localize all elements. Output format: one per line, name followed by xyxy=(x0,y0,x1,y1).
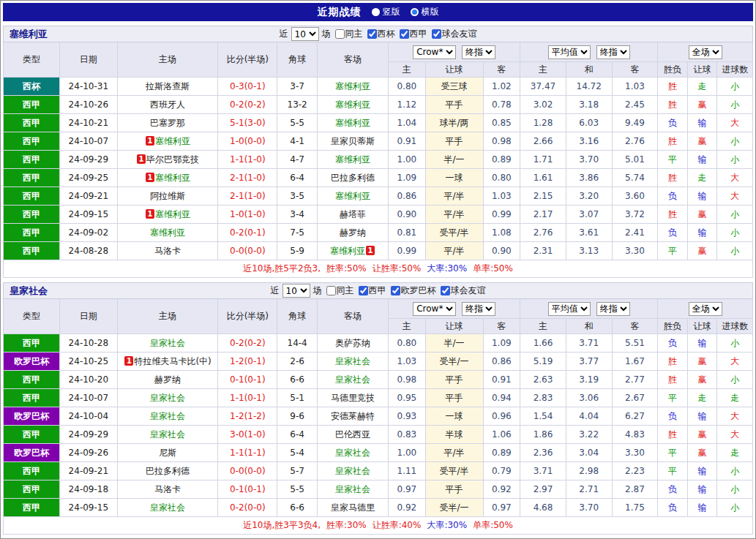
competition-checkbox[interactable] xyxy=(359,286,368,295)
avg-draw: 3.86 xyxy=(566,169,612,187)
result-handicap: 输 xyxy=(687,462,716,480)
match-score: 0-3(0-1) xyxy=(218,78,277,96)
match-row: 西甲24-10-21巴塞罗那5-1(3-0)5-5塞维利亚1.04球半/两0.8… xyxy=(4,114,753,132)
avg-source-select[interactable]: 平均值 xyxy=(548,302,591,316)
same-home-filter[interactable]: 同主 xyxy=(332,28,363,40)
scope-select[interactable]: 全场 xyxy=(689,45,722,59)
home-team: 赫罗纳 xyxy=(117,371,218,389)
competition-checkbox[interactable] xyxy=(441,286,450,295)
avg-source-select[interactable]: 平均值 xyxy=(548,45,591,59)
team-link: 塞维利亚 xyxy=(330,246,365,256)
team-link: 皇家贝蒂斯 xyxy=(331,136,375,146)
team-link: 赫塔菲 xyxy=(340,209,366,219)
competition-filter[interactable]: 西杯 xyxy=(364,28,395,40)
avg-draw: 3.71 xyxy=(566,334,612,353)
summary-stat: 大率:30% xyxy=(427,263,467,274)
competition-checkbox[interactable] xyxy=(432,29,441,39)
home-team: 尼斯 xyxy=(117,444,218,462)
odds-away: 0.98 xyxy=(483,132,520,151)
home-team: 西班牙人 xyxy=(117,96,218,114)
match-count-select[interactable]: 10 xyxy=(282,284,310,298)
odds-handicap: 受平/半 xyxy=(425,462,483,480)
avg-time-select[interactable]: 终指 xyxy=(596,45,630,59)
odds-home: 0.97 xyxy=(389,480,426,499)
team-link: 阿拉维斯 xyxy=(150,191,185,201)
team-link: 皇家社会 xyxy=(335,484,370,494)
mode-horizontal[interactable]: 横版 xyxy=(411,6,439,18)
competition-checkbox[interactable] xyxy=(400,29,409,39)
panel-title: 近期战绩 xyxy=(318,6,362,19)
competition-filter[interactable]: 欧罗巴杯 xyxy=(388,284,436,297)
competition-filter[interactable]: 球会友谊 xyxy=(438,284,486,297)
home-team: 1特拉维夫马卡比(中) xyxy=(117,353,218,371)
odds-handicap: 半/一 xyxy=(425,151,483,169)
odds-handicap: 平/半 xyxy=(425,444,483,462)
team-badge: 1 xyxy=(146,173,154,182)
match-date: 24-09-21 xyxy=(59,462,117,480)
match-date: 24-10-07 xyxy=(59,132,117,151)
avg-away: 6.27 xyxy=(612,407,658,426)
result-outcome: 负 xyxy=(658,114,687,132)
competition-type: 西杯 xyxy=(4,78,60,96)
result-outcome: 平 xyxy=(658,462,687,480)
competition-type: 西甲 xyxy=(4,206,60,224)
home-team: 皇家社会 xyxy=(117,389,218,407)
scope-select[interactable]: 全场 xyxy=(689,302,722,316)
summary-stat: 单率:50% xyxy=(473,263,513,274)
odds-source-select[interactable]: Crow* xyxy=(413,302,456,316)
team-link: 马洛卡 xyxy=(154,484,181,494)
match-row: 西甲24-08-28马洛卡0-0(0-0)5-9塞维利亚10.99平/半0.90… xyxy=(4,242,753,260)
result-goals: 小 xyxy=(717,78,753,96)
competition-filter[interactable]: 西甲 xyxy=(397,28,427,40)
result-outcome: 胜 xyxy=(658,426,687,444)
same-home-filter[interactable]: 同主 xyxy=(323,284,354,297)
same-home-checkbox[interactable] xyxy=(335,29,345,39)
result-outcome: 平 xyxy=(658,242,687,260)
competition-label: 球会友谊 xyxy=(442,28,477,40)
filter-prefix-label: 近 xyxy=(271,284,280,297)
match-date: 24-09-29 xyxy=(59,151,117,169)
mode-vertical[interactable]: 竖版 xyxy=(372,6,400,18)
col-odds-handicap: 让球 xyxy=(425,319,483,334)
result-outcome: 胜 xyxy=(658,169,687,187)
col-avg-away: 客 xyxy=(612,319,658,334)
team-badge: 1 xyxy=(146,209,154,219)
odds-away: 0.90 xyxy=(483,242,520,260)
competition-type: 西甲 xyxy=(4,132,60,151)
competition-filter[interactable]: 球会友谊 xyxy=(429,28,477,40)
team-link: 皇家社会 xyxy=(335,448,370,458)
same-home-checkbox[interactable] xyxy=(326,286,336,295)
match-date: 24-10-31 xyxy=(59,78,117,96)
odds-time-select[interactable]: 终指 xyxy=(462,302,495,316)
competition-checkbox[interactable] xyxy=(367,29,377,39)
vertical-radio-icon[interactable] xyxy=(372,8,380,16)
avg-away: 3.60 xyxy=(612,187,658,206)
team-link: 马德里竞技 xyxy=(331,393,375,403)
corner-count: 5-5 xyxy=(277,114,318,132)
competition-checkbox[interactable] xyxy=(391,286,400,295)
team-link: 奥萨苏纳 xyxy=(335,338,370,348)
competition-filter[interactable]: 西甲 xyxy=(356,284,386,297)
filter-suffix-label: 场 xyxy=(322,28,331,40)
match-date: 24-10-21 xyxy=(59,114,117,132)
team-link: 塞维利亚 xyxy=(335,154,370,165)
matches-table: 类型 日期 主场 比分(半场) 角球 客场 Crow* 终指 平均值 终指 xyxy=(3,298,753,535)
avg-away: 3.30 xyxy=(612,444,658,462)
home-team: 1毕尔巴鄂竞技 xyxy=(117,151,218,169)
avg-time-select[interactable]: 终指 xyxy=(596,302,630,316)
match-date: 24-10-25 xyxy=(59,353,117,371)
horizontal-radio-icon[interactable] xyxy=(411,8,419,16)
avg-home: 2.17 xyxy=(520,206,566,224)
competition-type: 西甲 xyxy=(4,224,60,242)
match-count-select[interactable]: 10 xyxy=(291,27,319,41)
odds-handicap: 球半/两 xyxy=(425,114,483,132)
away-team: 巴伦西亚 xyxy=(317,426,388,444)
odds-time-select[interactable]: 终指 xyxy=(462,45,495,59)
odds-source-select[interactable]: Crow* xyxy=(413,45,456,59)
match-row: 西甲24-09-151塞维利亚1-0(1-0)3-4赫塔菲0.90平/半0.99… xyxy=(4,206,753,224)
odds-away: 0.92 xyxy=(483,480,520,499)
col-result-handicap: 让球 xyxy=(687,319,716,334)
summary-row: 近10场,胜3平3负4,胜率:30%让胜率:40%大率:30%单率:50% xyxy=(4,517,753,535)
odds-home: 0.83 xyxy=(389,426,426,444)
match-score: 0-2(0-2) xyxy=(218,96,277,114)
